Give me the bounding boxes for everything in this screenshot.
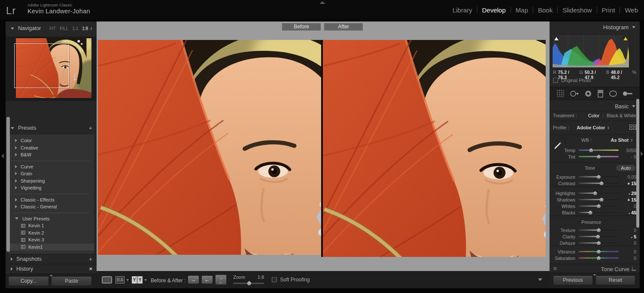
slider-track[interactable] [579, 212, 619, 213]
panel-switch-icon[interactable] [553, 266, 557, 271]
zoom-level-caret-icon[interactable]: ▲▼ [90, 27, 92, 30]
copy-after-to-before-button[interactable]: ← [201, 275, 213, 284]
zoom-level-1-8[interactable]: 1:8 [82, 26, 88, 31]
zoom-level-fit[interactable]: FIT [49, 26, 56, 31]
radial-filter-icon[interactable] [609, 90, 617, 97]
histogram[interactable] [552, 34, 629, 68]
right-panel-scrollbar[interactable] [636, 99, 639, 228]
preset-item[interactable]: Classic - Effects [8, 196, 94, 204]
copy-button[interactable]: Copy... [8, 276, 49, 286]
loupe-view-icon[interactable] [102, 276, 112, 284]
slider-value: - 20 [619, 191, 636, 196]
treatment-color-option[interactable]: Color [588, 113, 599, 118]
create-preset-icon[interactable]: + [89, 126, 92, 130]
preset-item[interactable]: Kevin 2 [8, 229, 94, 237]
adjustment-brush-icon[interactable] [623, 91, 633, 97]
crop-overlay-icon[interactable] [556, 89, 565, 98]
soft-proofing-label: Soft Proofing [280, 277, 310, 283]
graduated-filter-icon[interactable] [598, 90, 604, 98]
snapshots-header[interactable]: Snapshots + [6, 254, 97, 264]
slider-track[interactable] [579, 150, 619, 151]
preset-item[interactable]: Color [8, 137, 94, 144]
presence-label: Presence [581, 220, 601, 225]
preset-item[interactable]: Creative [8, 144, 94, 152]
treatment-bw-option[interactable]: Black & White [607, 113, 636, 118]
slider-track[interactable] [579, 199, 619, 200]
paste-button[interactable]: Paste [51, 276, 92, 286]
highlight-clipping-indicator-icon[interactable] [623, 36, 628, 41]
preset-item[interactable]: B&W [8, 151, 94, 159]
left-panel-scrollbar[interactable] [6, 117, 10, 252]
navigator-header[interactable]: Navigator FIT FILL 1:1 1:8 ▲▼ [6, 24, 97, 33]
zoom-ratio: 1:8 [258, 275, 264, 280]
before-image[interactable] [98, 40, 321, 255]
previous-button[interactable]: Previous [553, 275, 593, 285]
after-image[interactable] [323, 40, 546, 257]
module-separator [533, 7, 533, 13]
copy-before-to-after-button[interactable]: → [188, 275, 199, 284]
slider-track[interactable] [579, 183, 619, 184]
profile-select[interactable]: Adobe Color ▲▼ [577, 125, 609, 130]
module-tab-map[interactable]: Map [516, 6, 528, 14]
right-panel-collapse-icon[interactable] [641, 151, 643, 156]
preset-item[interactable]: Curve [8, 163, 94, 171]
zoom-level-fill[interactable]: FILL [60, 26, 68, 31]
soft-proofing-checkbox[interactable] [272, 277, 277, 282]
snapshots-title: Snapshots [16, 256, 42, 262]
preset-item[interactable]: Kevin1 [8, 244, 94, 251]
before-after-viewer: Before After [97, 21, 550, 271]
original-photo-checkbox[interactable] [553, 78, 558, 83]
tool-strip [550, 87, 640, 100]
module-tab-slideshow[interactable]: Slideshow [562, 6, 592, 14]
preset-item[interactable]: Kevin 3 [8, 236, 94, 244]
user-presets-folder[interactable]: User Presets [8, 215, 94, 223]
treatment-row: Treatment : Color | Black & White [553, 113, 636, 118]
presets-header[interactable]: Presets + [6, 123, 97, 133]
reference-view-icon[interactable]: RA [115, 276, 129, 284]
preset-item[interactable]: Kevin 1 [8, 222, 94, 229]
histogram-header[interactable]: Histogram [603, 24, 635, 31]
zoom-level-1-1[interactable]: 1:1 [72, 26, 78, 31]
module-tab-book[interactable]: Book [538, 6, 553, 14]
zoom-slider[interactable] [233, 283, 264, 284]
shadow-clipping-indicator-icon[interactable] [553, 36, 559, 41]
clear-history-icon[interactable]: × [89, 267, 92, 271]
preset-item[interactable]: Grain [8, 170, 94, 177]
dropdown-caret-icon[interactable] [144, 279, 147, 281]
toolbar-options-caret-icon[interactable] [538, 278, 542, 281]
slider-value: - 5 [619, 234, 636, 239]
preset-icon [21, 245, 25, 249]
expand-triangle-icon [15, 139, 17, 142]
module-tab-web[interactable]: Web [625, 6, 638, 14]
reset-button[interactable]: Reset [595, 275, 635, 285]
top-panel-reveal-arrow[interactable] [319, 1, 325, 4]
zoom-slider-thumb[interactable] [247, 281, 251, 285]
preset-list: ColorCreativeB&WCurveGrainSharpeningVign… [8, 134, 94, 254]
tone-curve-header[interactable]: Tone Curve [550, 264, 640, 272]
basic-panel-header[interactable]: Basic [615, 103, 635, 110]
module-tab-library[interactable]: Library [453, 6, 472, 14]
preset-item[interactable]: Vignetting [8, 184, 94, 192]
create-snapshot-icon[interactable]: + [89, 257, 92, 261]
profile-browser-icon[interactable] [629, 125, 636, 130]
slider-label: Exposure [553, 174, 579, 180]
slider-texture: Texture0 [550, 227, 640, 233]
module-tab-develop[interactable]: Develop [482, 6, 506, 14]
wb-select[interactable]: As Shot ▲▼ [611, 137, 633, 143]
swap-before-after-button[interactable]: →← [215, 275, 227, 285]
preset-item[interactable]: Classic - General [8, 203, 94, 211]
slider-value: 0 [619, 241, 636, 246]
auto-button[interactable]: Auto [616, 165, 635, 171]
history-header[interactable]: History × [6, 264, 97, 274]
slider-saturation: Saturation0 [550, 255, 640, 261]
spot-removal-icon[interactable] [570, 90, 579, 98]
history-title: History [16, 266, 33, 272]
navigator-view-rectangle[interactable] [14, 43, 69, 88]
module-tab-print[interactable]: Print [602, 6, 615, 14]
slider-track[interactable] [579, 192, 619, 194]
left-panel-collapse-icon[interactable] [1, 153, 4, 159]
before-after-view-icon[interactable]: Y Y [132, 276, 147, 284]
red-eye-icon[interactable] [584, 90, 592, 98]
preset-item[interactable]: Sharpening [8, 177, 94, 185]
dropdown-caret-icon[interactable] [126, 279, 129, 281]
